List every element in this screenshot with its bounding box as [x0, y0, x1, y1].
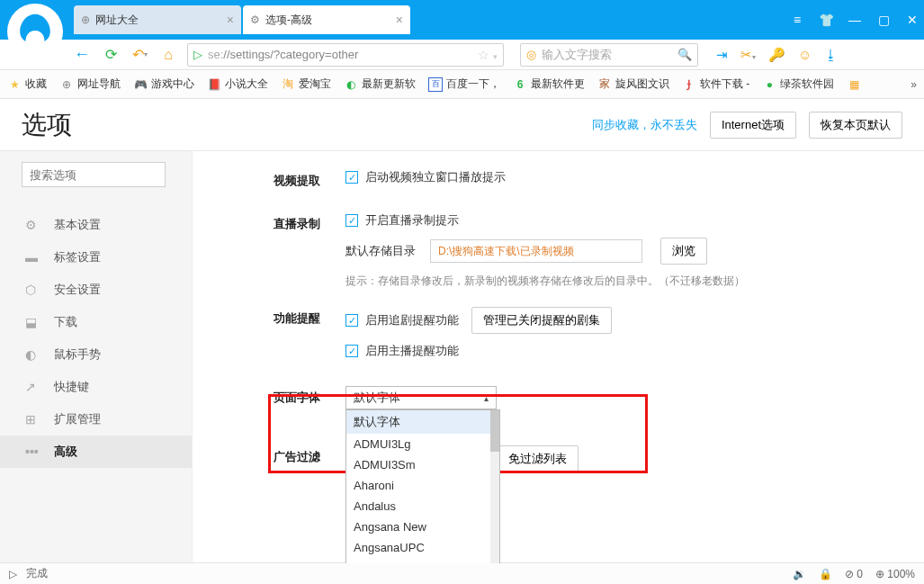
search-options-input[interactable] [22, 162, 166, 187]
sidebar-item-label: 下载 [54, 314, 77, 330]
sound-icon[interactable]: 🔉 [793, 568, 806, 580]
bookmark-label: 绿茶软件园 [780, 76, 834, 92]
sidebar-item-download[interactable]: ⬓下载 [0, 306, 192, 338]
address-bar[interactable]: ▷ se://settings/?category=other ☆ ▾ [187, 43, 504, 67]
tab-0[interactable]: ⊕ 网址大全 × [74, 5, 241, 34]
zoom-control[interactable]: ⊕ 100% [875, 568, 915, 580]
font-option[interactable]: AngsanaUPC [346, 537, 499, 558]
jb-icon: Ɉ [682, 77, 696, 92]
bookmark-item[interactable]: 淘爱淘宝 [281, 76, 331, 92]
search-placeholder: 输入文字搜索 [542, 47, 612, 63]
checkbox[interactable]: ✓ [345, 314, 358, 327]
restore-defaults-button[interactable]: 恢复本页默认 [809, 112, 902, 139]
bookmark-item[interactable]: 家旋风图文识 [597, 76, 669, 92]
tab-label: 网址大全 [95, 13, 139, 28]
close-icon[interactable]: × [227, 13, 234, 27]
bookmark-item[interactable]: 百百度一下， [428, 76, 500, 92]
menu-icon[interactable]: ≡ [789, 13, 805, 27]
url-rest: //settings/?category=other [223, 48, 358, 61]
home-button[interactable]: ⌂ [158, 45, 178, 65]
search-icon[interactable]: 🔍 [677, 48, 692, 61]
status-text: 完成 [26, 566, 48, 581]
font-option[interactable]: Aparajita [346, 558, 499, 563]
bookmark-label: 游戏中心 [151, 76, 194, 92]
star-icon[interactable]: ☆ ▾ [478, 48, 498, 62]
browser-logo[interactable] [7, 4, 63, 59]
login-icon[interactable]: ⇥ [716, 47, 728, 63]
close-window-icon[interactable]: ✕ [904, 13, 920, 27]
sidebar-item-extension[interactable]: ⊞扩展管理 [0, 403, 192, 436]
bookmark-label: 最新软件更 [531, 76, 585, 92]
checkbox-label: 开启直播录制提示 [365, 212, 459, 229]
bookmark-label: 百度一下， [446, 76, 500, 92]
maximize-icon[interactable]: ▢ [875, 13, 892, 27]
font-option[interactable]: Angsana New [346, 517, 499, 537]
page-header: 选项 同步收藏，永不丢失 Internet选项 恢复本页默认 [0, 99, 924, 151]
checkbox-label: 启用主播提醒功能 [365, 343, 459, 359]
font-dropdown: 默认字体 ADMUI3Lg ADMUI3Sm Aharoni Andalus A… [345, 409, 500, 563]
face-icon[interactable]: ☺ [798, 47, 812, 62]
font-option[interactable]: ADMUI3Lg [346, 434, 499, 454]
section-video: 视频提取 ✓启动视频独立窗口播放提示 [193, 169, 924, 194]
bookmark-item[interactable]: ◐最新更新软 [344, 76, 416, 92]
checkbox[interactable]: ✓ [345, 214, 358, 227]
bookmark-item[interactable]: 6最新软件更 [513, 76, 585, 92]
checkbox[interactable]: ✓ [345, 171, 358, 184]
book-icon: 📕 [207, 77, 221, 92]
sidebar-item-advanced[interactable]: •••高级 [0, 436, 192, 468]
sidebar-item-basic[interactable]: ⚙基本设置 [0, 209, 192, 241]
globe-icon: ⊕ [81, 13, 90, 26]
undo-button[interactable]: ↶▾ [130, 45, 149, 65]
tab-1[interactable]: ⚙ 选项-高级 × [243, 5, 410, 34]
lock-icon[interactable]: 🔒 [819, 568, 832, 580]
browse-button[interactable]: 浏览 [660, 238, 707, 265]
sidebar-item-label: 快捷键 [54, 379, 89, 395]
bookmark-item[interactable]: ▦ [847, 77, 861, 92]
scissors-icon[interactable]: ✂▾ [740, 47, 756, 63]
dir-hint: 提示：存储目录修改后，新录制的视频将存储在修改后的目录中。（不迁移老数据） [345, 274, 924, 289]
shirt-icon[interactable]: 👕 [818, 13, 834, 27]
checkbox[interactable]: ✓ [345, 345, 358, 357]
reload-button[interactable]: ⟳ [101, 45, 121, 65]
bookmark-overflow[interactable]: » [911, 78, 917, 91]
statusbar: ▷ 完成 🔉 🔒 ⊘ 0 ⊕ 100% [0, 562, 924, 584]
bookmarks-bar: ★收藏 ⊕网址导航 🎮游戏中心 📕小说大全 淘爱淘宝 ◐最新更新软 百百度一下，… [0, 70, 924, 99]
font-select[interactable]: 默认字体 ▴ 默认字体 ADMUI3Lg ADMUI3Sm Aharoni An… [345, 386, 497, 409]
bookmark-label: 网址导航 [77, 76, 121, 92]
internet-options-button[interactable]: Internet选项 [710, 112, 796, 139]
sidebar-item-mouse[interactable]: ◐鼠标手势 [0, 338, 192, 371]
dropdown-scrollbar[interactable] [490, 410, 499, 563]
bookmark-label: 最新更新软 [362, 76, 416, 92]
sogou-icon: ◎ [526, 48, 536, 61]
font-option[interactable]: Aharoni [346, 475, 499, 496]
game-icon: 🎮 [133, 77, 148, 92]
search-box[interactable]: ◎ 输入文字搜索 🔍 [520, 43, 698, 67]
back-button[interactable]: ← [72, 45, 92, 65]
font-option[interactable]: 默认字体 [346, 410, 499, 434]
arrow-icon: ↗ [25, 380, 41, 394]
sync-link[interactable]: 同步收藏，永不丢失 [592, 117, 697, 133]
download-icon[interactable]: ⭳ [824, 47, 838, 62]
sidebar-item-shortcut[interactable]: ↗快捷键 [0, 371, 192, 403]
sidebar-item-security[interactable]: ⬡安全设置 [0, 274, 192, 306]
section-live: 直播录制 ✓开启直播录制提示 默认存储目录 浏览 提示：存储目录修改后，新录制的… [193, 212, 924, 289]
play-icon[interactable]: ▷ [9, 568, 17, 580]
section-label: 视频提取 [274, 169, 345, 189]
section-label: 直播录制 [274, 212, 345, 232]
bookmark-item[interactable]: 📕小说大全 [207, 76, 268, 92]
close-icon[interactable]: × [396, 13, 403, 27]
minimize-icon[interactable]: ― [847, 13, 863, 27]
bookmark-item[interactable]: 🎮游戏中心 [133, 76, 194, 92]
bookmark-item[interactable]: ⊕网址导航 [59, 76, 121, 92]
bookmark-item[interactable]: Ɉ软件下载 - [682, 76, 749, 92]
bookmark-item[interactable]: ●绿茶软件园 [762, 76, 834, 92]
sidebar-item-tabs[interactable]: ▬标签设置 [0, 241, 192, 274]
key-icon[interactable]: 🔑 [768, 47, 785, 63]
blocked-badge[interactable]: ⊘ 0 [845, 568, 863, 580]
whitelist-button[interactable]: 免过滤列表 [497, 445, 579, 472]
bookmark-fav[interactable]: ★收藏 [7, 76, 47, 92]
manage-drama-button[interactable]: 管理已关闭提醒的剧集 [471, 307, 612, 334]
default-dir-input[interactable] [430, 239, 642, 263]
font-option[interactable]: Andalus [346, 496, 499, 517]
font-option[interactable]: ADMUI3Sm [346, 454, 499, 475]
